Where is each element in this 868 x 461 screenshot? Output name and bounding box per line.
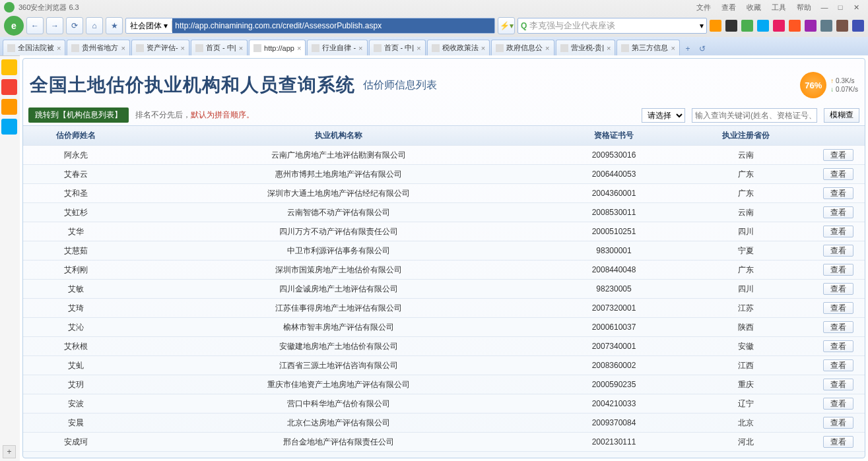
tab-favicon-icon [7,44,15,52]
browser-title: 360安全浏览器 6.3 [18,3,79,13]
tab-label: 营业税-贵| [571,43,605,53]
tab-label: 贵州省地方 [82,43,118,53]
extension-icon-7[interactable] [820,20,832,32]
tab-label: 第三方信息 [632,43,668,53]
extension-icon-3[interactable] [757,20,769,32]
extension-icon-4[interactable] [773,20,785,32]
tab-close-icon[interactable]: × [239,44,243,52]
window-close-button[interactable]: ✕ [848,3,864,12]
extension-icon-9[interactable] [852,20,864,32]
tab-close-icon[interactable]: × [671,44,675,52]
tab-close-icon[interactable]: × [181,44,185,52]
extension-icon-8[interactable] [836,20,848,32]
browser-tab-8[interactable]: 政府信息公× [491,40,554,55]
window-minimize-button[interactable]: — [817,3,832,11]
tab-label: 首页 - 中| [206,43,236,53]
tab-label: 行业自律 - [322,43,356,53]
tab-favicon-icon [374,44,382,52]
browser-search-input[interactable] [529,21,700,31]
nav-back-button[interactable]: ← [26,17,44,34]
tab-label: 全国法院被 [18,43,54,53]
url-category-dropdown[interactable]: 社会团体 ▾ [126,20,172,32]
extension-icon-6[interactable] [805,20,817,32]
tab-favicon-icon [312,44,319,52]
tab-close-icon[interactable]: × [417,44,420,52]
tab-close-icon[interactable]: × [607,44,611,52]
tab-favicon-icon [136,44,144,52]
browser-tab-10[interactable]: 第三方信息× [617,40,679,55]
menu-帮助[interactable]: 帮助 [797,3,811,11]
tab-favicon-icon [560,44,568,52]
nav-favorite-button[interactable]: ★ [106,17,123,34]
extension-icon-5[interactable] [789,20,801,32]
nav-forward-button[interactable]: → [46,17,63,34]
nav-refresh-button[interactable]: ⟳ [66,17,83,34]
browser-tab-1[interactable]: 贵州省地方× [67,40,129,55]
new-tab-button[interactable]: + [681,42,694,55]
tab-favicon-icon [496,44,504,52]
browser-tab-5[interactable]: 行业自律 -× [307,40,367,55]
menu-查看[interactable]: 查看 [721,3,736,11]
extension-icon-2[interactable] [741,20,753,32]
browser-tab-2[interactable]: 资产评估-× [131,40,189,55]
url-go-button[interactable]: ⚡▾ [498,17,515,34]
menu-工具[interactable]: 工具 [772,3,786,11]
tab-favicon-icon [432,44,440,52]
tab-favicon-icon [71,44,79,52]
browser-logo-icon [4,2,15,13]
browser-tab-7[interactable]: 税收政策法× [427,40,490,55]
browser-tab-0[interactable]: 全国法院被× [3,40,65,55]
tab-close-icon[interactable]: × [297,44,301,52]
tab-close-icon[interactable]: × [121,44,125,52]
nav-home-button[interactable]: ⌂ [86,17,103,34]
browser-tab-3[interactable]: 首页 - 中|× [191,40,248,55]
window-maximize-button[interactable]: □ [832,3,848,11]
search-engine-icon[interactable]: Q [521,21,527,30]
tab-close-icon[interactable]: × [481,44,485,52]
browser-tab-6[interactable]: 首页 - 中|× [369,40,426,55]
browser-tab-9[interactable]: 营业税-贵|× [556,40,616,55]
tab-close-icon[interactable]: × [545,44,549,52]
tab-favicon-icon [195,44,203,52]
extension-icon-1[interactable] [725,20,737,32]
browser-tab-4[interactable]: http://app× [249,40,306,55]
extension-icon-0[interactable] [710,20,721,32]
tab-label: 税收政策法 [442,43,479,53]
tab-label: 资产评估- [147,43,178,53]
tab-label: 首页 - 中| [384,43,415,53]
search-mic-icon[interactable]: ▾ [700,21,704,30]
tab-restore-button[interactable]: ↺ [696,42,709,55]
tab-favicon-icon [253,44,261,52]
tab-close-icon[interactable]: × [57,44,61,52]
menu-收藏[interactable]: 收藏 [747,3,761,11]
tab-favicon-icon [621,44,629,52]
tab-label: http://app [264,44,294,52]
url-input[interactable] [172,18,494,33]
menu-文件[interactable]: 文件 [696,3,711,11]
browser-logo-large-icon: e [4,16,24,36]
tab-label: 政府信息公 [506,43,543,53]
tab-close-icon[interactable]: × [358,44,362,52]
